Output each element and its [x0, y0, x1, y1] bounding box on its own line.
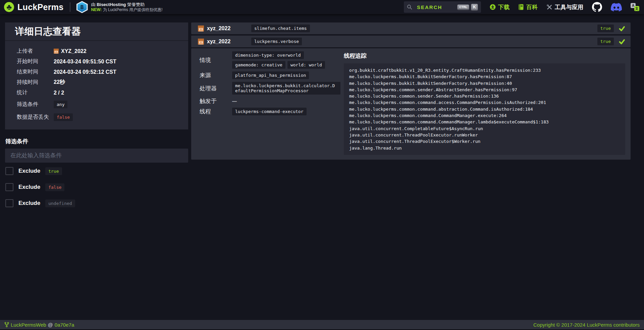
- nav-tools-link[interactable]: 工具与应用: [546, 3, 583, 11]
- truncated-value-chip: false: [54, 113, 73, 121]
- nav-download-link[interactable]: 下载: [490, 3, 509, 11]
- context-chip: gamemode: creative: [232, 61, 285, 69]
- trace-line: me.lucko.luckperms.common.command.access…: [349, 99, 620, 106]
- trace-line: me.lucko.luckperms.bukkit.BukkitSenderFa…: [349, 80, 620, 87]
- filter-section-heading: 筛选条件: [5, 138, 188, 145]
- discord-link[interactable]: [611, 3, 622, 11]
- trace-line: me.lucko.luckperms.common.sender.Abstrac…: [349, 87, 620, 93]
- trace-line: org.bukkit.craftbukkit.v1_20_R3.entity.C…: [349, 67, 620, 73]
- detail-fields: 情境 dimension-type: overworld gamemode: c…: [200, 51, 340, 155]
- language-switch[interactable]: A 文: [631, 3, 639, 11]
- row-result-chip: true: [597, 38, 614, 45]
- filter-input[interactable]: [5, 149, 188, 163]
- page-title: 详细日志查看器: [15, 25, 81, 38]
- player-avatar-icon: [198, 25, 204, 32]
- footer: LuckPermsWeb @ 0a70e7a Copyright © 2017-…: [0, 320, 644, 329]
- footer-copyright: Copyright © 2017-2024 LuckPerms contribu…: [533, 322, 640, 328]
- field-origin: 来源 platform_api_has_permission: [200, 71, 340, 79]
- meta-row-uploader: 上传者 XYZ_2022: [5, 46, 188, 56]
- exclude-true-row: Exclude true: [5, 167, 188, 175]
- log-detail-panel: 情境 dimension-type: overworld gamemode: c…: [191, 48, 631, 160]
- k-keycap: K: [471, 4, 478, 11]
- sidebar-title-panel: 详细日志查看器: [5, 22, 188, 41]
- exclude-undefined-checkbox[interactable]: [5, 199, 13, 207]
- navbar-left: ♣ LuckPerms B 由 BisectHosting 荣誉赞助 NEW: …: [4, 1, 163, 13]
- thread-chip: luckperms-command-executor: [232, 108, 307, 115]
- tools-icon: [546, 4, 552, 10]
- row-username: xyz_2022: [207, 39, 251, 45]
- git-fork-icon: [4, 322, 9, 327]
- row-permission-chip: luckperms.verbose: [251, 38, 302, 45]
- filter-value-chip: any: [54, 101, 67, 108]
- trace-line: me.lucko.luckperms.common.command.abstra…: [349, 106, 620, 112]
- player-avatar-icon: [198, 39, 204, 45]
- meta-row-start-time: 开始时间 2024-03-24 09:51:50 CST: [5, 56, 188, 67]
- trace-line: java.util.concurrent.ThreadPoolExecutor.…: [349, 132, 620, 138]
- exclude-true-checkbox[interactable]: [5, 167, 13, 175]
- check-icon: [619, 25, 625, 32]
- check-icon: [619, 38, 625, 45]
- thread-trace-heading: 线程追踪: [344, 52, 625, 60]
- nav-wiki-link[interactable]: 百科: [518, 3, 538, 11]
- exclude-undefined-row: Exclude undefined: [5, 199, 188, 207]
- luckperms-logo-icon[interactable]: ♣: [4, 2, 14, 12]
- sidebar: 详细日志查看器 上传者 XYZ_2022 开始时间 2024-03-24 09:…: [5, 22, 188, 215]
- meta-row-filter: 筛选条件 any: [5, 98, 188, 111]
- field-caused-by: 触发于 —: [200, 97, 340, 105]
- field-context: 情境 dimension-type: overworld gamemode: c…: [200, 51, 340, 69]
- page-layout: 详细日志查看器 上传者 XYZ_2022 开始时间 2024-03-24 09:…: [0, 14, 644, 215]
- navbar: ♣ LuckPerms B 由 BisectHosting 荣誉赞助 NEW: …: [0, 0, 644, 14]
- thread-trace-section: 线程追踪 org.bukkit.craftbukkit.v1_20_R3.ent…: [340, 51, 625, 155]
- github-icon: [592, 2, 602, 12]
- row-permission-chip: slimefun.cheat.items: [251, 24, 310, 32]
- trace-line: java.util.concurrent.ThreadPoolExecutor$…: [349, 138, 620, 145]
- footer-commit-link[interactable]: 0a70e7a: [55, 322, 74, 328]
- meta-row-duration: 持续时间 22秒: [5, 77, 188, 88]
- meta-row-truncated: 数据是否丢失 false: [5, 111, 188, 123]
- trace-line: java.lang.Thread.run: [349, 145, 620, 151]
- thread-trace-box: org.bukkit.craftbukkit.v1_20_R3.entity.C…: [344, 63, 625, 155]
- row-username: xyz_2022: [207, 25, 251, 32]
- trace-line: me.lucko.luckperms.common.sender.Sender.…: [349, 93, 620, 99]
- row-result-chip: true: [597, 24, 614, 32]
- caused-by-empty: —: [232, 99, 237, 104]
- processor-chip: me.lucko.luckperms.bukkit.calculator.Def…: [232, 82, 340, 95]
- download-icon: [490, 4, 496, 10]
- trace-line: java.util.concurrent.CompletableFuture$A…: [349, 125, 620, 132]
- sponsor-line1: 由 BisectHosting 荣誉赞助: [91, 2, 163, 7]
- footer-repo-link[interactable]: LuckPermsWeb: [11, 322, 46, 328]
- ctrl-keycap: CTRL: [457, 4, 469, 10]
- exclude-false-row: Exclude false: [5, 183, 188, 191]
- discord-icon: [611, 3, 622, 11]
- sponsor-line2: NEW: 为 LuckPerms 用户提供特别优惠!: [91, 7, 163, 12]
- uploader-avatar-icon: [54, 49, 59, 54]
- origin-chip: platform_api_has_permission: [232, 71, 309, 79]
- exclude-undefined-chip: undefined: [45, 200, 75, 207]
- log-row-2[interactable]: xyz_2022 luckperms.verbose true: [191, 36, 631, 47]
- field-processor: 处理器 me.lucko.luckperms.bukkit.calculator…: [200, 82, 340, 95]
- context-chip: world: world: [287, 61, 325, 69]
- brand-title[interactable]: LuckPerms: [17, 2, 64, 12]
- meta-row-end-time: 结束时间 2024-03-24 09:52:12 CST: [5, 67, 188, 77]
- meta-row-count: 统计 2 / 2: [5, 88, 188, 98]
- exclude-false-checkbox[interactable]: [5, 183, 13, 191]
- trace-line: me.lucko.luckperms.common.command.Comman…: [349, 119, 620, 125]
- sponsor-banner[interactable]: 由 BisectHosting 荣誉赞助 NEW: 为 LuckPerms 用户…: [91, 2, 163, 12]
- book-icon: [518, 4, 524, 10]
- navbar-right: SEARCH CTRL K 下载 百科: [404, 1, 639, 13]
- exclude-true-chip: true: [45, 167, 62, 175]
- search-label: SEARCH: [417, 4, 455, 10]
- context-chip: dimension-type: overworld: [232, 51, 304, 59]
- bisecthosting-logo-icon[interactable]: B: [76, 1, 88, 13]
- log-row-1[interactable]: xyz_2022 slimefun.cheat.items true: [191, 22, 631, 34]
- navbar-divider: [70, 2, 70, 12]
- exclude-false-chip: false: [45, 183, 64, 191]
- search-button[interactable]: SEARCH CTRL K: [404, 1, 481, 13]
- trace-line: me.lucko.luckperms.bukkit.BukkitSenderFa…: [349, 73, 620, 80]
- search-icon: [407, 4, 412, 10]
- field-thread: 线程 luckperms-command-executor: [200, 108, 340, 115]
- trace-line: me.lucko.luckperms.common.command.Comman…: [349, 112, 620, 119]
- github-link[interactable]: [592, 2, 602, 12]
- uploader-name: XYZ_2022: [61, 48, 87, 54]
- metadata-panel: 上传者 XYZ_2022 开始时间 2024-03-24 09:51:50 CS…: [5, 41, 188, 129]
